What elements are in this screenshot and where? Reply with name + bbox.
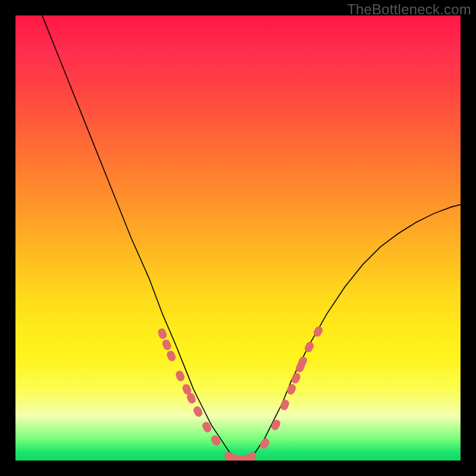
plot-area — [15, 15, 461, 461]
data-point — [290, 372, 302, 385]
data-point — [165, 349, 177, 362]
data-point — [209, 434, 222, 447]
chart-stage: TheBottleneck.com — [0, 0, 476, 476]
data-point — [286, 383, 297, 396]
data-point — [303, 340, 315, 353]
data-point — [174, 369, 186, 383]
data-point — [279, 399, 290, 412]
bottleneck-curve — [42, 15, 461, 461]
data-point — [270, 418, 282, 431]
data-point-group — [157, 325, 324, 461]
chart-svg — [15, 15, 461, 461]
data-point — [161, 339, 173, 352]
data-point — [201, 421, 213, 434]
data-point — [157, 327, 168, 340]
watermark-text: TheBottleneck.com — [347, 1, 471, 18]
data-point — [258, 437, 271, 450]
